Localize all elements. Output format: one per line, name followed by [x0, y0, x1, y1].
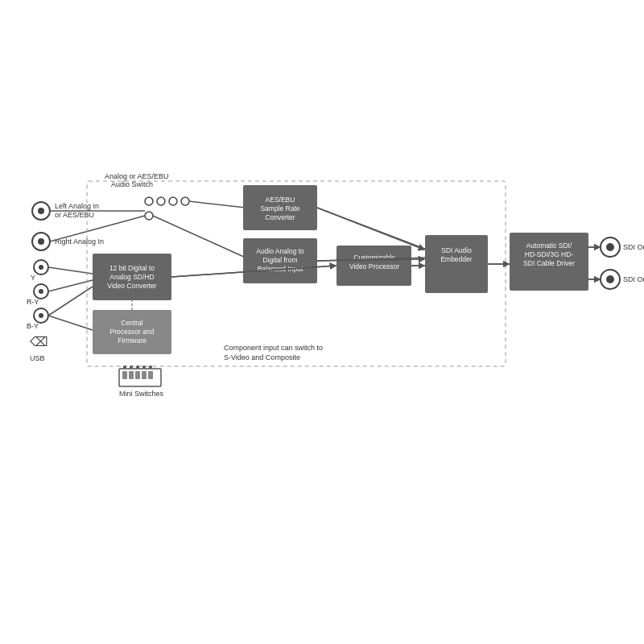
sw-dot3 [136, 365, 139, 369]
aes-src-text1: AES/EBU [266, 196, 295, 204]
sdi-driver-text2: HD-SDI/3G HD- [525, 250, 574, 258]
sw2 [129, 371, 134, 379]
right-analog-dot [38, 238, 44, 245]
custom-vp-text2: Video Processor [349, 262, 399, 270]
component-note2: S-Video and Composite [224, 353, 300, 361]
ry-label: R-Y [27, 298, 39, 306]
sdi-driver-text3: SDI Cable Driver [523, 259, 575, 267]
sw5 [148, 371, 153, 379]
cpu-text1: Central [121, 319, 143, 327]
sdi-embed-text2: Embedder [440, 255, 472, 263]
aes-src-text2: Sample Rate [260, 204, 299, 213]
sdi-embed-text1: SDI Audio [441, 246, 472, 254]
analog-switch-label-line1: Analog or AES/EBU [105, 172, 169, 180]
switch-dot4 [181, 197, 189, 205]
left-analog-dot [38, 208, 44, 214]
mini-switches-label: Mini Switches [119, 390, 164, 398]
left-analog-label2: or AES/EBU [55, 211, 94, 219]
line-switch-to-adc [153, 216, 246, 258]
usb-label: USB [30, 354, 45, 362]
sw4 [142, 371, 147, 379]
left-analog-label: Left Analog In [55, 202, 99, 210]
switch-dot5 [145, 212, 153, 220]
aes-src-text3: Converter [265, 213, 295, 221]
sdi-out2-label: SDI Out [623, 275, 644, 283]
sdi-out2-dot [606, 275, 614, 283]
sw3 [135, 371, 140, 379]
cpu-text3: Firmware [118, 336, 147, 345]
usb-icon: ⌫ [30, 335, 48, 349]
line-switch-to-aes [189, 201, 246, 208]
y-dot [39, 265, 43, 270]
video-conv-text2: Analog SD/HD [109, 273, 154, 281]
video-conv-text1: 12 bit Digital to [109, 264, 155, 272]
line-y-to-vidconv [48, 267, 93, 274]
sdi-out1-label: SDI Out [623, 243, 644, 251]
sw-dot5 [149, 365, 152, 369]
line-by-to-vidconv [48, 287, 93, 316]
line-ry-to-vidconv [48, 280, 93, 291]
y-label: Y [31, 274, 35, 282]
sw-dot4 [142, 365, 146, 369]
switch-dot1 [145, 197, 153, 205]
sw-dot2 [130, 365, 133, 369]
sdi-driver-text1: Automatic SDI/ [526, 242, 572, 250]
sw-dot1 [123, 365, 126, 369]
by-label: B-Y [27, 322, 39, 330]
sdi-embed-block [425, 235, 488, 293]
video-conv-text3: Video Converter [107, 282, 156, 290]
line-by-to-cpu [48, 316, 93, 330]
sdi-out1-dot [606, 243, 614, 251]
audio-adc-text2: Digital from [263, 256, 298, 264]
block-diagram: Left Analog In or AES/EBU Right Analog I… [0, 0, 644, 644]
audio-adc-text1: Audio Analog to [256, 247, 304, 255]
ry-dot [39, 289, 43, 294]
sw1 [122, 371, 127, 379]
switch-dot3 [169, 197, 177, 205]
cpu-text2: Processor and [110, 328, 155, 336]
switch-dot2 [157, 197, 165, 205]
diagram-svg: Left Analog In or AES/EBU Right Analog I… [0, 0, 644, 644]
component-note1: Component input can switch to [224, 344, 323, 352]
by-dot [39, 313, 43, 318]
arrow-aes-embed [317, 208, 424, 250]
